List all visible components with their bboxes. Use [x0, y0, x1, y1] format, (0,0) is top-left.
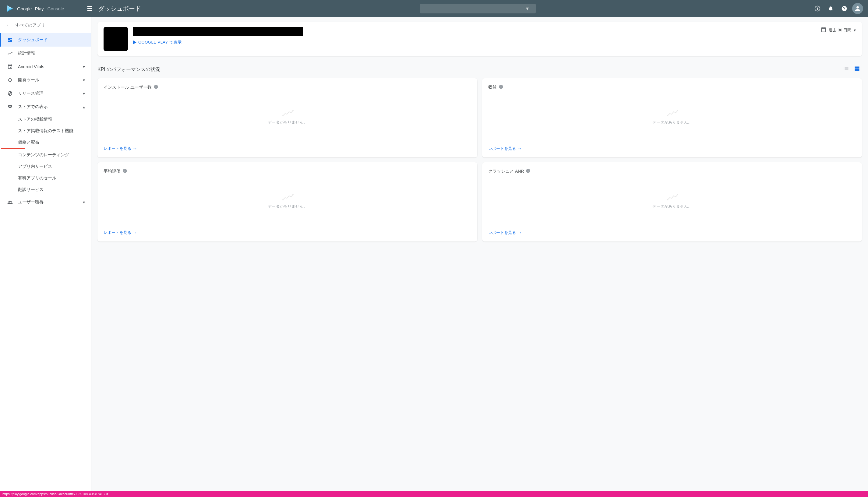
sidebar-sub-store-test[interactable]: ストア掲載情報のテスト機能 [0, 125, 91, 137]
sidebar-item-stats[interactable]: 統計情報 [0, 46, 91, 60]
sidebar-sub-store-listing[interactable]: ストアの掲載情報 [0, 114, 91, 125]
list-view-button[interactable] [841, 65, 851, 75]
sidebar-item-release-mgmt[interactable]: リリース管理 ▾ [0, 87, 91, 100]
info-circle-icon [814, 5, 821, 12]
translation-label: 翻訳サービス [18, 187, 44, 192]
kpi-card-avg-rating-title: 平均評価 [103, 169, 120, 174]
dev-tools-icon [7, 77, 13, 83]
revenue-report-link[interactable]: レポートを見る → [488, 146, 856, 151]
sidebar: ← すべてのアプリ ダッシュボード 統計情報 Android Vitals ▾ [0, 17, 91, 491]
avatar-icon [855, 5, 861, 12]
crashes-anr-report-link[interactable]: レポートを見る → [488, 230, 856, 236]
main-layout: ← すべてのアプリ ダッシュボード 統計情報 Android Vitals ▾ [0, 17, 868, 491]
no-data-text-crashes-anr: データがありません。 [652, 204, 692, 209]
kpi-card-avg-rating-header: 平均評価 [103, 168, 471, 174]
paid-app-sale-label: 有料アプリのセール [18, 175, 56, 180]
kpi-card-revenue: 収益 データがありません。 [482, 78, 862, 157]
sidebar-item-android-vitals-label: Android Vitals [18, 64, 78, 69]
kpi-crashes-anr-info-icon[interactable] [526, 168, 530, 174]
help-icon [841, 5, 847, 12]
kpi-card-crashes-anr-footer: レポートを見る → [488, 226, 856, 236]
store-test-label: ストア掲載情報のテスト機能 [18, 128, 73, 133]
sidebar-item-dashboard[interactable]: ダッシュボード [0, 33, 91, 46]
help-button[interactable] [839, 3, 850, 14]
avg-rating-report-link-label: レポートを見る [103, 230, 131, 236]
sidebar-sub-in-app-service[interactable]: アプリ内サービス [0, 161, 91, 172]
kpi-card-installs-header: インストール ユーザー数 [103, 84, 471, 90]
calendar-icon [821, 27, 826, 33]
svg-point-12 [282, 199, 284, 200]
android-vitals-icon [7, 63, 13, 70]
kpi-card-installs-footer: レポートを見る → [103, 142, 471, 151]
sidebar-item-dev-tools[interactable]: 開発ツール ▾ [0, 73, 91, 87]
sidebar-sub-content-rating[interactable]: コンテンツのレーティング [0, 149, 91, 161]
sidebar-item-dashboard-label: ダッシュボード [18, 37, 85, 43]
installs-report-link[interactable]: レポートを見る → [103, 146, 471, 151]
search-input[interactable] [420, 4, 524, 13]
bell-icon [828, 5, 834, 12]
store-display-icon [7, 104, 13, 110]
google-play-logo-icon [5, 4, 15, 13]
user-avatar[interactable] [852, 3, 863, 14]
kpi-avg-rating-info-icon[interactable] [123, 168, 127, 174]
page-title: ダッシュボード [98, 4, 141, 13]
kpi-installs-info-icon[interactable] [154, 84, 158, 90]
app-header-card: GOOGLE PLAY で表示 過去 30 日間 ▾ [98, 22, 862, 56]
no-data-chart-icon-crashes-anr [666, 192, 678, 201]
kpi-card-revenue-title: 収益 [488, 85, 497, 90]
kpi-revenue-info-icon[interactable] [499, 84, 503, 90]
revenue-report-link-label: レポートを見る [488, 146, 516, 151]
crashes-anr-report-link-label: レポートを見る [488, 230, 516, 236]
release-mgmt-icon [7, 90, 13, 97]
kpi-card-installs-title: インストール ユーザー数 [103, 85, 152, 90]
notifications-button[interactable] [825, 3, 836, 14]
content-rating-label: コンテンツのレーティング [18, 152, 69, 157]
sidebar-item-user-acquisition-label: ユーザー獲得 [18, 199, 78, 205]
kpi-card-installs: インストール ユーザー数 データがありません。 [98, 78, 477, 157]
no-data-text-avg-rating: データがありません。 [268, 204, 307, 209]
sidebar-item-release-mgmt-label: リリース管理 [18, 91, 78, 96]
crashes-anr-report-arrow-icon: → [517, 230, 522, 236]
app-icon [103, 27, 128, 51]
no-data-text-revenue: データがありません。 [652, 120, 692, 125]
view-on-google-play-link[interactable]: GOOGLE PLAY で表示 [133, 40, 816, 45]
info-button[interactable] [812, 3, 823, 14]
no-data-chart-icon-revenue [666, 108, 678, 117]
store-display-expand-icon: ▴ [83, 104, 85, 109]
sidebar-item-store-display[interactable]: ストアでの表示 ▴ [0, 100, 91, 114]
dev-tools-expand-icon: ▾ [83, 78, 85, 83]
installs-report-arrow-icon: → [132, 146, 137, 151]
grid-view-button[interactable] [852, 65, 862, 75]
kpi-card-revenue-header: 収益 [488, 84, 856, 90]
app-info: GOOGLE PLAY で表示 [133, 27, 816, 45]
svg-point-15 [677, 194, 678, 195]
store-listing-label: ストアの掲載情報 [18, 117, 52, 122]
search-dropdown-button[interactable]: ▾ [524, 5, 531, 12]
svg-point-11 [677, 110, 678, 111]
status-bar-text: https://play.google.com/apps/publish/?ac… [2, 492, 109, 496]
kpi-card-crashes-anr-title: クラッシュと ANR [488, 169, 524, 174]
sidebar-item-user-acquisition[interactable]: ユーザー獲得 ▾ [0, 196, 91, 209]
kpi-card-avg-rating-footer: レポートを見る → [103, 226, 471, 236]
sidebar-sub-translation[interactable]: 翻訳サービス [0, 184, 91, 196]
avg-rating-report-link[interactable]: レポートを見る → [103, 230, 471, 236]
android-vitals-expand-icon: ▾ [83, 64, 85, 69]
date-filter[interactable]: 過去 30 日間 ▾ [821, 27, 856, 33]
sidebar-item-stats-label: 統計情報 [18, 51, 85, 56]
stats-icon [7, 50, 13, 56]
revenue-report-arrow-icon: → [517, 146, 522, 151]
svg-point-7 [817, 7, 818, 8]
app-name-redacted [133, 27, 303, 36]
sidebar-sub-paid-app-sale[interactable]: 有料アプリのセール [0, 172, 91, 184]
svg-point-9 [293, 110, 294, 111]
sidebar-item-android-vitals[interactable]: Android Vitals ▾ [0, 60, 91, 73]
sidebar-back-button[interactable]: ← すべてのアプリ [0, 17, 91, 33]
svg-point-14 [667, 199, 668, 200]
store-display-submenu: ストアの掲載情報 ストア掲載情報のテスト機能 価格と配布 コンテンツのレーティン… [0, 114, 91, 196]
kpi-card-revenue-body: データがありません。 [488, 95, 856, 138]
kpi-section-title: KPI のパフォーマンスの状況 [98, 66, 160, 73]
sidebar-sub-price-dist[interactable]: 価格と配布 [0, 137, 91, 149]
back-label: すべてのアプリ [15, 23, 45, 28]
menu-button[interactable]: ☰ [84, 4, 95, 13]
dashboard-icon [7, 37, 13, 43]
